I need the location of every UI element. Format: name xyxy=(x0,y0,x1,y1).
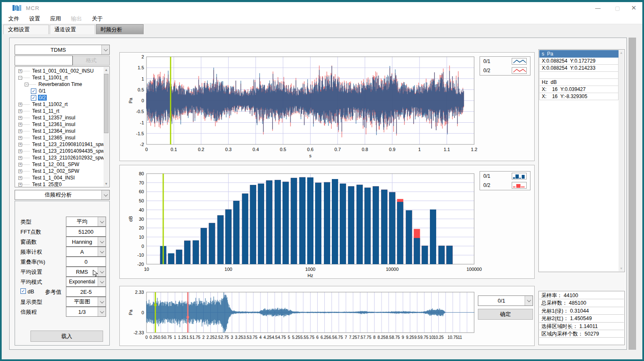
list-scrollbar[interactable]: ▲ ▼ xyxy=(619,50,624,271)
expand-icon[interactable]: + xyxy=(18,109,22,113)
tree-scrollbar[interactable]: ▲ ▼ xyxy=(104,67,109,187)
form-select-5[interactable]: RMS xyxy=(66,267,106,277)
expand-icon[interactable]: + xyxy=(18,116,22,120)
tree-item[interactable]: +Test 1_1_004_INSI xyxy=(15,174,104,181)
analysis-type-select[interactable]: 倍频程分析 xyxy=(15,190,110,200)
tree-item-label[interactable]: Test 1_001_001_002_INSU xyxy=(32,68,93,74)
tree-item[interactable]: ✓0/2 xyxy=(15,94,104,101)
octave-spectrum-chart[interactable]: -20-100102030405060708010100100010000100… xyxy=(120,165,534,278)
time-waveform-chart[interactable]: -2-1.5-1-0.500.511.5200.10.20.30.40.50.6… xyxy=(120,53,534,161)
tree-item[interactable]: +Test 1_12361_insul xyxy=(15,121,104,128)
tree-scrollbar-thumb[interactable] xyxy=(104,74,109,133)
tree-item-label[interactable]: Test 1_123_210908101941_spw xyxy=(32,141,104,147)
chevron-down-icon[interactable] xyxy=(525,296,533,305)
menu-item-0[interactable]: 文件 xyxy=(8,15,19,23)
expand-icon[interactable]: + xyxy=(18,143,22,146)
menu-item-2[interactable]: 应用 xyxy=(50,15,61,23)
tree-item[interactable]: ✓0/1 xyxy=(15,88,104,94)
chevron-down-icon[interactable] xyxy=(98,277,106,286)
tree-item-label[interactable]: 0/2 xyxy=(38,95,47,101)
tree-item-label[interactable]: Test 1_11_rt xyxy=(32,108,59,114)
load-button[interactable]: 载入 xyxy=(30,331,103,342)
channel-checkbox[interactable]: ✓ xyxy=(31,88,36,94)
tab-1[interactable]: 通道设置 xyxy=(50,25,95,34)
form-input-1[interactable]: 51200 xyxy=(66,227,106,237)
right-scroll-band[interactable] xyxy=(629,38,636,350)
tree-item[interactable]: +Test 1_12357_insul xyxy=(15,114,104,121)
chevron-down-icon[interactable] xyxy=(101,190,109,199)
legend-row[interactable]: 0/1 xyxy=(480,172,530,181)
close-button[interactable]: ✕ xyxy=(624,2,643,14)
scroll-up-icon[interactable]: ▲ xyxy=(104,67,109,73)
tree-item-label[interactable]: Test 1_12361_insul xyxy=(32,121,75,127)
tree-item[interactable]: -Test 1_11001_rt xyxy=(15,74,104,81)
tree-item[interactable]: +Test 1_25度0 xyxy=(15,181,104,187)
overview-waveform-chart[interactable]: 2.330-2.3300.250.50.7511.251.51.7522.252… xyxy=(120,286,534,346)
expand-icon[interactable]: + xyxy=(18,183,22,187)
expand-icon[interactable]: + xyxy=(18,156,22,160)
tree-item[interactable]: +Test 1_11002_rt xyxy=(15,101,104,108)
cursor-list-row[interactable] xyxy=(539,72,619,79)
menu-item-1[interactable]: 设置 xyxy=(29,15,40,23)
scroll-down-icon[interactable]: ▼ xyxy=(619,266,624,271)
db-checkbox[interactable]: ✓ xyxy=(20,288,26,294)
confirm-button[interactable]: 确定 xyxy=(478,309,533,320)
form-select-0[interactable]: 平均 xyxy=(66,217,106,227)
scroll-up-icon[interactable]: ▲ xyxy=(619,50,624,56)
tab-0[interactable]: 文档设置 xyxy=(3,25,49,34)
chevron-down-icon[interactable] xyxy=(98,237,106,246)
tree-item[interactable]: +Test 1_123_210908101941_spw xyxy=(15,141,104,148)
file-format-select[interactable]: TDMS xyxy=(15,45,110,55)
cursor-list-header[interactable]: s Pa xyxy=(539,50,619,58)
form-input-7[interactable]: 2E-5 xyxy=(66,287,106,297)
chevron-down-icon[interactable] xyxy=(98,217,106,226)
expand-icon[interactable]: + xyxy=(18,103,22,106)
channel-checkbox[interactable]: ✓ xyxy=(31,95,36,101)
tree-item[interactable]: +Test 1_123_211026102932_spw xyxy=(15,154,104,161)
expand-icon[interactable]: + xyxy=(18,176,22,180)
scroll-down-icon[interactable]: ▼ xyxy=(104,181,109,187)
legend-row[interactable]: 0/2 xyxy=(480,181,530,190)
tree-item-label[interactable]: Test 1_11001_rt xyxy=(32,75,68,81)
cursor-list-row[interactable]: Hz dB xyxy=(539,79,619,86)
tree-item-label[interactable]: Test 1_123_210914094435_spw xyxy=(32,148,104,154)
tree-item-label[interactable]: Test 1_12_002_SPW xyxy=(32,168,79,174)
form-select-9[interactable]: 1/3 xyxy=(66,307,106,317)
channel-select[interactable]: 0/1 xyxy=(478,295,533,306)
cursor-list-row[interactable]: X:0.088254 Y:0.172729 xyxy=(539,58,619,65)
file-filter-input[interactable] xyxy=(15,56,73,66)
chevron-down-icon[interactable] xyxy=(101,45,109,54)
collapse-icon[interactable]: - xyxy=(25,83,28,86)
expand-icon[interactable]: + xyxy=(18,149,22,153)
tree-item-label[interactable]: Test 1_25度0 xyxy=(32,181,62,188)
tree-item-label[interactable]: Reverberation Time xyxy=(38,81,82,87)
cursor-list-row[interactable]: X: 16 Y:-8.329305 xyxy=(539,93,619,100)
expand-icon[interactable]: + xyxy=(18,163,22,167)
tab-2[interactable]: 时频分析 xyxy=(96,24,144,34)
form-select-6[interactable]: Exponential xyxy=(66,277,106,287)
expand-icon[interactable]: + xyxy=(18,136,22,140)
form-select-8[interactable]: 平面图 xyxy=(66,297,106,307)
chevron-down-icon[interactable] xyxy=(98,267,106,276)
collapse-icon[interactable]: - xyxy=(18,76,22,80)
legend-row[interactable]: 0/2 xyxy=(480,66,530,75)
form-input-4[interactable]: 0 xyxy=(66,257,106,267)
expand-icon[interactable]: + xyxy=(18,169,22,173)
tree-item[interactable]: +Test 1_123_210914094435_spw xyxy=(15,148,104,154)
tree-item[interactable]: +Test 1_12365_insul xyxy=(15,134,104,141)
tree-item-label[interactable]: Test 1_12364_insul xyxy=(32,128,75,134)
format-button[interactable]: 格式 xyxy=(73,56,110,66)
legend-row[interactable]: 0/1 xyxy=(480,57,530,66)
tree-item[interactable]: +Test 1_001_001_002_INSU xyxy=(15,68,104,74)
tree-item[interactable]: +Test 1_11_rt xyxy=(15,108,104,114)
minimize-button[interactable]: — xyxy=(588,2,607,14)
tree-item[interactable]: +Test 1_12_001_SPW xyxy=(15,161,104,168)
expand-icon[interactable]: + xyxy=(18,123,22,126)
chevron-down-icon[interactable] xyxy=(98,247,106,256)
tree-item-label[interactable]: Test 1_1_004_INSI xyxy=(32,175,75,181)
tree-item[interactable]: +Test 1_12364_insul xyxy=(15,128,104,134)
expand-icon[interactable]: + xyxy=(18,129,22,133)
cursor-list-row[interactable]: X: 16 Y:0.039427 xyxy=(539,86,619,93)
tree-item[interactable]: -Reverberation Time xyxy=(15,81,104,88)
chevron-down-icon[interactable] xyxy=(98,307,106,316)
